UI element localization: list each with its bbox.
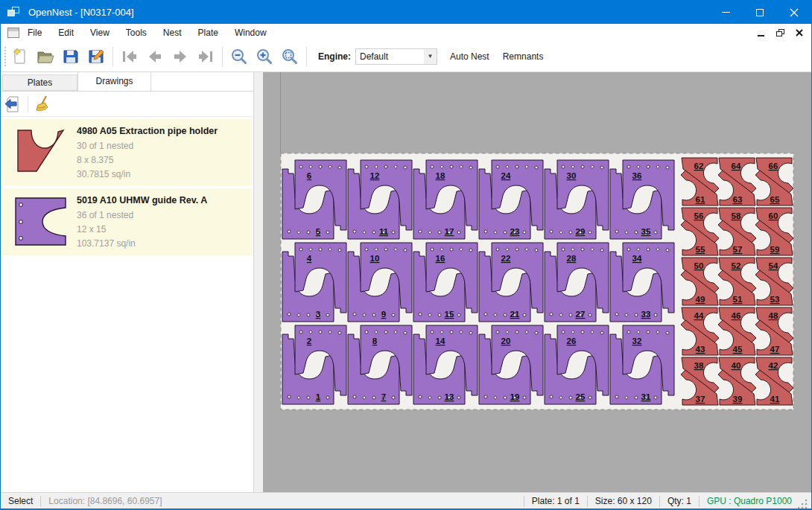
- part-number: 6: [307, 171, 311, 180]
- drawing-size: 12 x 15: [77, 223, 249, 237]
- drill-hole: [589, 313, 591, 316]
- minimize-button[interactable]: [708, 1, 743, 24]
- drill-hole: [372, 396, 375, 399]
- part-number: 42: [769, 361, 778, 370]
- menu-tools[interactable]: Tools: [118, 25, 155, 40]
- part-number: 54: [769, 261, 778, 270]
- close-button[interactable]: [777, 1, 811, 24]
- auto-nest-button[interactable]: Auto Nest: [443, 48, 496, 66]
- drill-hole: [326, 231, 329, 234]
- menu-view[interactable]: View: [82, 25, 118, 40]
- save-button[interactable]: [58, 44, 83, 69]
- nesting-canvas[interactable]: 6512111817242330293635431091615222128273…: [263, 72, 812, 492]
- drill-hole: [384, 165, 387, 168]
- zoom-fit-button[interactable]: [277, 44, 302, 69]
- part-number: 66: [769, 162, 778, 170]
- drill-hole: [615, 313, 618, 316]
- part-thumbnail: [5, 124, 77, 182]
- part-number: 7: [381, 392, 386, 401]
- part-number: 26: [567, 337, 577, 345]
- resize-grip[interactable]: [798, 498, 808, 509]
- zoom-in-button[interactable]: [252, 44, 277, 69]
- open-button[interactable]: [33, 44, 58, 69]
- zoom-out-icon: [229, 47, 249, 66]
- drill-hole: [419, 230, 422, 233]
- import-drawing-button[interactable]: [1, 93, 25, 115]
- menu-plate[interactable]: Plate: [190, 25, 226, 40]
- save-icon: [61, 47, 80, 66]
- drawing-item[interactable]: 4980 A05 Extraction pipe holder 30 of 1 …: [2, 119, 252, 186]
- engine-select[interactable]: Default ▼: [355, 48, 437, 65]
- next-plate-button[interactable]: [168, 44, 193, 69]
- drill-hole: [307, 396, 310, 399]
- drill-hole: [457, 313, 460, 316]
- panel-splitter[interactable]: [254, 72, 263, 492]
- menu-file[interactable]: File: [19, 25, 50, 40]
- part-number: 50: [694, 261, 704, 270]
- menu-window[interactable]: Window: [226, 25, 275, 40]
- drill-hole: [288, 395, 291, 398]
- part-number: 40: [732, 361, 741, 370]
- mdi-minimize-icon: [758, 35, 764, 36]
- drill-hole: [438, 231, 441, 234]
- drill-hole: [419, 313, 422, 316]
- drill-hole: [581, 248, 584, 251]
- remnants-button[interactable]: Remnants: [496, 48, 551, 66]
- drawing-title: 4980 A05 Extraction pipe holder: [77, 124, 249, 139]
- drill-hole: [516, 331, 518, 334]
- drill-hole: [431, 165, 434, 168]
- part-number: 19: [510, 392, 520, 401]
- maximize-button[interactable]: [743, 1, 777, 24]
- drawing-item[interactable]: 5019 A10 UHMW guide Rev. A 36 of 1 neste…: [2, 188, 252, 255]
- last-plate-button[interactable]: [193, 44, 218, 69]
- drill-hole: [627, 248, 630, 251]
- drill-hole: [469, 331, 472, 334]
- drill-hole: [365, 248, 368, 251]
- drill-hole: [550, 395, 553, 398]
- part-thumbnail: [5, 193, 77, 251]
- first-plate-button[interactable]: [117, 44, 142, 69]
- part-number: 22: [501, 254, 511, 263]
- plate-guide-line: [280, 72, 281, 153]
- part-number: 17: [445, 227, 454, 236]
- drill-hole: [666, 166, 669, 169]
- mdi-close-button[interactable]: [792, 26, 807, 39]
- drill-hole: [404, 249, 407, 252]
- zoom-out-button[interactable]: [226, 44, 252, 69]
- mdi-restore-button[interactable]: [773, 26, 787, 39]
- drill-hole: [438, 313, 441, 316]
- drill-hole: [353, 395, 356, 398]
- main-toolbar: Engine: Default ▼ Auto Nest Remnants: [1, 41, 811, 72]
- drill-hole: [392, 313, 395, 316]
- drill-hole: [338, 249, 341, 252]
- part-number: 32: [632, 337, 642, 345]
- part-number: 65: [770, 195, 780, 204]
- engine-value: Default: [356, 51, 424, 62]
- previous-plate-button[interactable]: [142, 44, 168, 69]
- purple-part-shape: [13, 196, 69, 248]
- zoom-fit-icon: [280, 47, 299, 66]
- chevron-down-icon[interactable]: ▼: [424, 49, 437, 64]
- part-number: 27: [576, 310, 586, 319]
- part-number: 5: [316, 227, 321, 236]
- menu-nest[interactable]: Nest: [155, 25, 190, 40]
- mdi-restore-icon: [776, 29, 784, 36]
- child-window-icon[interactable]: [7, 28, 19, 38]
- save-as-button[interactable]: [83, 44, 109, 69]
- clear-drawings-button[interactable]: [31, 93, 55, 115]
- part-number: 18: [436, 171, 445, 180]
- status-bar: Select Location: [84.8696, 60.6957] Plat…: [1, 492, 811, 509]
- mdi-close-icon: [796, 29, 803, 36]
- mdi-minimize-button[interactable]: [753, 26, 768, 39]
- drill-hole: [484, 313, 487, 316]
- plate-sheet[interactable]: 6512111817242330293635431091615222128273…: [280, 153, 794, 410]
- drill-hole: [535, 249, 538, 252]
- new-button[interactable]: [7, 44, 33, 69]
- part-number: 63: [733, 195, 743, 204]
- drill-hole: [365, 165, 368, 168]
- menu-edit[interactable]: Edit: [50, 25, 82, 40]
- drill-hole: [627, 165, 630, 168]
- tab-drawings[interactable]: Drawings: [77, 71, 151, 91]
- drill-hole: [550, 230, 553, 233]
- tab-plates[interactable]: Plates: [2, 74, 77, 91]
